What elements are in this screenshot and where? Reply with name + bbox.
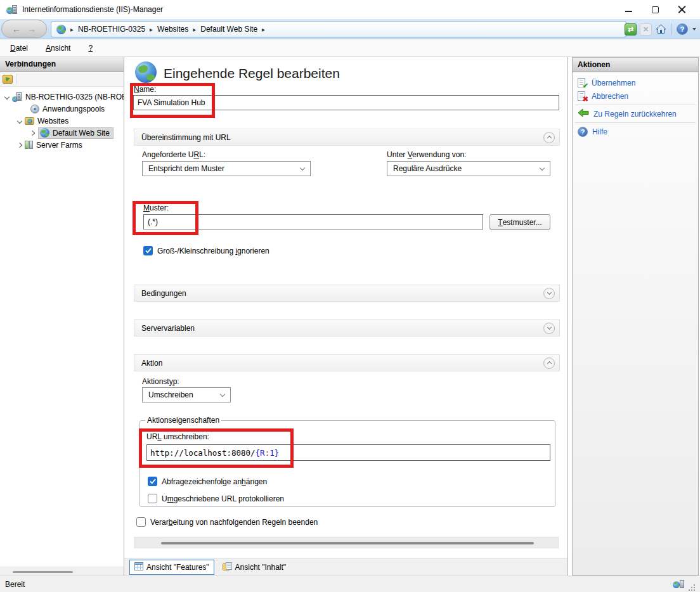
chevron-down-icon [540,165,545,171]
minimize-button[interactable] [624,5,633,14]
log-rewritten-checkbox[interactable] [148,494,157,503]
breadcrumb-separator [193,25,196,34]
toolbar-divider [16,74,17,84]
breadcrumb-item-server[interactable]: NB-ROETHIG-0325 [78,25,145,34]
breadcrumb-item-websites[interactable]: Websites [157,25,188,34]
toolbar-divider [671,23,672,35]
annotation-box-rewrite-url [139,428,294,468]
connections-tree: NB-ROETHIG-0325 (NB-ROE Anwendungspools … [0,87,124,151]
collapse-section-button[interactable] [543,132,555,143]
ignore-case-checkbox[interactable] [143,246,153,255]
tree-item-server-farms[interactable]: Server Farms [0,139,124,151]
stop-processing-checkbox[interactable] [136,517,146,527]
connections-panel: Verbindungen NB-ROETHIG-0325 (NB-ROE Anw… [0,57,124,576]
menu-datei[interactable]: Datei [0,44,37,53]
server-farms-icon [25,141,33,149]
refresh-icon[interactable]: ⇄ [625,23,637,35]
expand-icon[interactable] [17,142,22,147]
actions-panel-title: Aktionen [573,58,698,72]
collapse-section-button[interactable] [543,357,555,369]
back-to-rules-action[interactable]: Zu Regeln zurückkehren [573,107,698,120]
breadcrumb-separator [150,25,153,34]
scrollbar-thumb[interactable] [13,571,73,573]
cancel-action[interactable]: ✖ Abbrechen [573,89,698,103]
resize-grip[interactable] [688,584,696,592]
chevron-up-icon [547,136,551,140]
content-horizontal-scrollbar[interactable] [134,537,559,548]
tree-item-server[interactable]: NB-ROETHIG-0325 (NB-ROE [0,91,124,103]
breadcrumb-separator [70,25,74,34]
expand-section-button[interactable] [543,288,555,299]
menu-bar: Datei Ansicht ? [0,39,700,57]
section-match-url[interactable]: Übereinstimmung mit URL [134,129,560,146]
chevron-down-icon [547,290,551,295]
action-type-select[interactable]: Umschreiben [142,387,231,402]
selected-tree-item[interactable]: Default Web Site [38,127,113,139]
ignore-case-row: Groß-/Kleinschreibung ignorieren [143,246,269,255]
help-icon[interactable]: ? [677,23,688,35]
action-label: Übernehmen [592,79,635,87]
status-bar: Bereit [0,576,700,592]
nav-buttons: ← → [1,20,47,38]
tree-item-anwendungspools[interactable]: Anwendungspools [0,103,124,115]
selected-value: Reguläre Ausdrücke [393,164,462,173]
tree-item-label: NB-ROETHIG-0325 (NB-ROE [25,93,124,101]
close-button[interactable] [677,5,686,14]
globe-icon [56,25,66,34]
tree-item-websites[interactable]: Websites [0,115,124,127]
maximize-button[interactable] [651,5,659,14]
home-icon[interactable] [655,23,667,35]
annotation-box-name [130,83,215,118]
action-type-label: Aktionstyp: [142,377,179,386]
scrollbar-thumb[interactable] [161,542,534,544]
apply-action[interactable]: ✔ Übernehmen [573,76,698,89]
section-title: Aktion [141,359,162,368]
using-select[interactable]: Reguläre Ausdrücke [387,161,550,176]
ignore-case-label: Groß-/Kleinschreibung ignorieren [157,247,269,255]
collapse-icon[interactable] [4,94,10,99]
test-pattern-button[interactable]: Testmuster... [489,214,550,230]
server-icon [12,92,22,102]
append-query-checkbox[interactable] [148,477,157,486]
section-title: Bedingungen [141,289,186,298]
using-label: Unter Verwendung von: [387,150,466,159]
chevron-up-icon [547,361,551,366]
help-action[interactable]: ? Hilfe [573,125,698,138]
section-conditions[interactable]: Bedingungen [134,285,560,302]
content-folder-icon [223,562,232,572]
expand-icon[interactable] [30,130,35,135]
back-button[interactable]: ← [12,25,21,34]
tree-item-default-web-site[interactable]: Default Web Site [0,127,124,139]
tab-features-view[interactable]: Ansicht "Features" [129,560,214,575]
tree-item-label: Websites [37,117,68,125]
apply-icon: ✔ [578,78,587,88]
collapse-icon[interactable] [17,118,22,123]
stop-icon-disabled: ✕ [640,23,652,35]
expand-section-button[interactable] [543,323,555,334]
iis-app-icon [6,4,17,15]
connections-panel-title: Verbindungen [0,57,124,72]
actions-divider [575,105,696,105]
tab-label: Ansicht "Features" [146,563,209,572]
tab-content-view[interactable]: Ansicht "Inhalt" [218,560,291,574]
cancel-icon: ✖ [578,91,587,101]
action-label: Abbrechen [592,92,628,101]
breadcrumb-item-default-web-site[interactable]: Default Web Site [200,25,257,34]
menu-ansicht[interactable]: Ansicht [37,44,79,53]
help-dropdown-caret[interactable] [692,28,696,30]
section-title: Servervariablen [141,324,195,333]
tree-horizontal-scrollbar[interactable] [0,567,124,576]
menu-hilfe[interactable]: ? [79,44,101,53]
tree-item-label: Anwendungspools [42,105,105,113]
section-server-variables[interactable]: Servervariablen [134,319,560,337]
requested-url-select[interactable]: Entspricht dem Muster [142,161,311,176]
forward-button[interactable]: → [27,25,36,34]
address-bar[interactable]: NB-ROETHIG-0325 Websites Default Web Sit… [51,21,626,37]
chevron-down-icon [547,325,551,330]
action-label: Zu Regeln zurückkehren [593,110,677,119]
help-icon: ? [578,127,588,137]
view-tab-bar: Ansicht "Features" Ansicht "Inhalt" [124,558,567,576]
navigation-toolbar: ← → NB-ROETHIG-0325 Websites Default Web… [0,19,700,39]
section-action[interactable]: Aktion [134,354,560,371]
create-connection-icon[interactable] [3,75,13,84]
